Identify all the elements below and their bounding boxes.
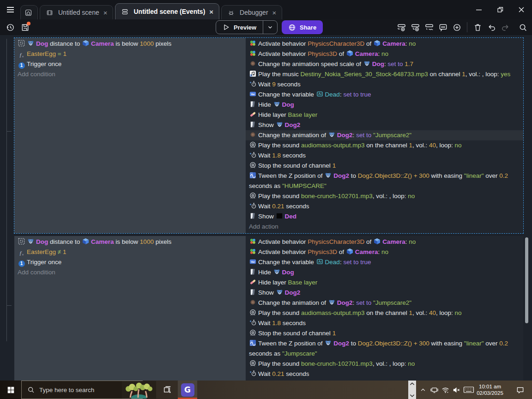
action-row[interactable]: Change the animation of Dog2: set to "Ju… [246,298,523,308]
restore-button[interactable] [490,0,511,19]
action-row[interactable]: VarChange the variable Dead: set to true [246,90,523,100]
action-row[interactable]: Play the sound bone-crunch-102701.mp3, v… [246,359,523,369]
preview-options-button[interactable] [263,21,277,34]
action-row[interactable]: Activate behavior PhysicsCharacter3D of … [246,39,523,49]
condition-row[interactable]: ƒₓEasterEgg = 1 [14,49,246,59]
action-row[interactable]: Wait 1.8 seconds [246,318,523,328]
text-segment: 1 [462,71,466,78]
var-tag-icon [316,91,324,97]
action-row[interactable]: Wait 9 seconds [246,79,523,90]
clock-date: 02/03/2025 [477,390,503,396]
delete-button[interactable] [471,21,484,34]
text-segment: audiomass-output.mp3 [301,142,364,149]
condition-row[interactable]: ƒₓEasterEgg ≠ 1 [14,247,246,257]
search-button[interactable] [516,21,529,34]
main-menu-button[interactable] [5,5,16,15]
action-row[interactable]: Hide layer Base layer [246,110,523,120]
task-view-button[interactable] [158,381,176,399]
action-row[interactable]: Change the animation speed scale of Dog:… [246,59,523,69]
action-row[interactable]: Activate behavior PhysicsCharacter3D of … [246,237,523,247]
action-row[interactable]: Tween the Z position of Dog2 to Dog2.Obj… [246,339,523,359]
tray-volume-muted-button[interactable] [451,381,462,399]
condition-row[interactable]: Dog distance to Camera is below 1000 pix… [14,237,246,247]
close-tab-icon[interactable]: × [272,9,277,17]
add-subevent-button[interactable] [409,21,422,34]
action-row[interactable]: Show Dog2 [246,288,523,298]
taskbar-search[interactable] [21,381,143,399]
action-row[interactable]: Show Dog2 [246,120,523,130]
text-segment: Tween the Z position of [258,172,324,179]
add-event-button[interactable] [395,21,408,34]
action-row[interactable]: Play the sound bone-crunch-102701.mp3, v… [246,191,523,201]
preview-button[interactable]: Preview [216,21,263,34]
action-row[interactable]: Wait 0.21 seconds [246,201,523,212]
share-label: Share [300,24,316,31]
condition-row[interactable]: 1Trigger once [14,257,246,267]
action-row[interactable]: Play the music Destiny_Nokia_Series_30_S… [246,69,523,79]
taskbar-app-gdevelop[interactable]: G [178,381,197,399]
tray-expand-button[interactable] [417,381,429,399]
redo-button[interactable] [499,21,512,34]
close-tab-icon[interactable]: × [103,9,108,17]
svg-text:Var: Var [251,93,255,96]
tab-home[interactable] [20,5,38,19]
undo-button[interactable] [485,21,498,34]
event-block[interactable]: Dog distance to Camera is below 1000 pix… [14,37,524,234]
text-segment: "Jumpscare" [282,350,317,357]
save-button[interactable] [18,21,31,34]
text-segment: distance to [48,238,82,245]
event-block[interactable]: Dog distance to Camera is below 1000 pix… [14,236,524,381]
add-comment-button[interactable] [423,21,435,34]
events-sheet[interactable]: Dog distance to Camera is below 1000 pix… [0,35,532,381]
add-condition-row[interactable]: Add condition [14,69,246,79]
start-button[interactable] [0,381,21,399]
add-more-button[interactable] [450,21,463,34]
action-row[interactable]: Tween the Z position of Dog2 to Dog2.Obj… [246,171,523,191]
tab-debugger[interactable]: Debugger × [221,5,282,19]
text-segment: Add condition [18,269,55,276]
tray-wifi-button[interactable] [440,381,451,399]
action-row[interactable]: Play the sound audiomass-output.mp3 on t… [246,140,523,151]
taskbar-scroll-strip[interactable] [408,381,416,399]
taskbar-clock[interactable]: 10:01 am 02/03/2025 [472,381,508,399]
close-tab-icon[interactable]: × [209,8,213,16]
tray-cast-button[interactable] [429,381,440,399]
history-button[interactable] [4,21,17,34]
action-row[interactable]: Hide layer Base layer [246,278,523,288]
action-row[interactable]: Change the animation of Dog2: set to "Ju… [246,130,523,140]
action-center-button[interactable] [512,381,528,399]
toolbar-right-icons [395,21,529,34]
text-segment: : [353,132,357,139]
action-row[interactable]: Play the sound audiomass-output.mp3 on t… [246,308,523,318]
dog-icon [273,268,281,275]
text-segment: 1 [63,50,66,57]
comment-bubble-button[interactable] [436,21,449,34]
tab-untitled-scene-events[interactable]: Untitled scene (Events) × [115,3,219,19]
action-row[interactable]: Activate behavior Physics3D of Camera: n… [246,247,523,257]
vertical-scrollbar[interactable] [525,237,528,323]
action-row[interactable]: Hide Dog [246,100,523,110]
text-segment: Show [258,121,276,128]
text-segment: set to true [343,91,371,98]
share-button[interactable]: Share [282,20,323,34]
condition-row[interactable]: 1Trigger once [14,59,246,69]
action-row[interactable]: Hide Dog [246,267,523,278]
add-action-row[interactable]: Add action [246,222,523,232]
close-button[interactable] [511,0,532,19]
text-segment: pixels [154,40,171,47]
action-row[interactable]: Stop the sound of channel 1 [246,328,523,339]
condition-row[interactable]: Dog distance to Camera is below 1000 pix… [14,39,246,49]
action-row[interactable]: Stop the sound of channel 1 [246,161,523,171]
action-row[interactable]: Wait 0.21 seconds [246,369,523,379]
action-row[interactable]: Wait 1.8 seconds [246,151,523,161]
action-row[interactable]: VarChange the variable Dead: set to true [246,257,523,267]
minimize-button[interactable] [468,0,490,19]
text-segment: Wait [258,81,272,88]
action-row[interactable]: Show Ded [246,212,523,222]
add-condition-row[interactable]: Add condition [14,267,246,278]
search-input[interactable] [38,386,122,394]
action-row[interactable]: Activate behavior Physics3D of Camera: n… [246,49,523,59]
tab-untitled-scene[interactable]: Untitled scene × [40,5,113,19]
text-segment: no [455,142,462,149]
search-highlight-image[interactable] [122,381,156,399]
